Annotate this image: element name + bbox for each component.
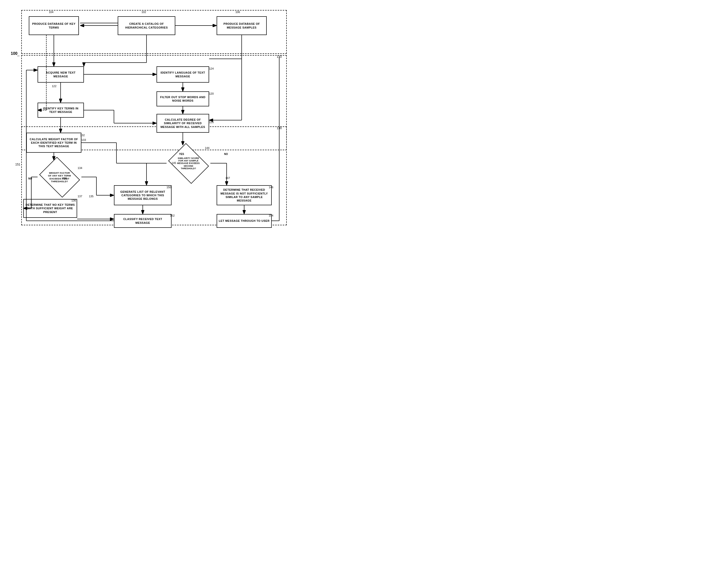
ref-154: 154: [269, 214, 273, 217]
ref-102: 102: [141, 10, 146, 13]
ref-126: 126: [209, 121, 214, 124]
box-152: CLASSIFY RECEIVED TEXT MESSAGE: [114, 214, 172, 228]
ref-106: 106: [236, 10, 240, 13]
box-128: IDENTIFY KEY TERMS IN TEXT MESSAGE: [38, 102, 84, 118]
ref-122: 122: [52, 85, 56, 88]
ref-137: 137: [78, 195, 82, 198]
ref-151: 151: [15, 163, 20, 166]
box-124: IDENTIFY LANGUAGE OF TEXT MESSAGE: [156, 66, 209, 83]
ref-104: 104: [49, 10, 53, 13]
ref-152: 152: [170, 214, 175, 217]
box-106: PRODUCE DATABASE OF MESSAGE SAMPLES: [217, 16, 267, 35]
box-150: GENERATE LIST OF RELEVANT CATEGORIES TO …: [114, 185, 172, 205]
box-120: FILTER OUT STOP WORDS AND NOISE WORDS: [156, 91, 209, 106]
ref-100: 100: [11, 51, 17, 56]
box-146: DETERMINE THAT RECEIVED MESSAGE IS NOT S…: [217, 185, 272, 205]
diamond-134: WEIGHT FACTOR OF ANY KEY TERM EXCEEDS FI…: [38, 160, 81, 194]
yes-label-2: YES: [179, 153, 184, 155]
ref-133: 133: [81, 138, 86, 141]
ref-135: 135: [89, 195, 93, 198]
box-154: LET MESSAGE THROUGH TO USER: [217, 214, 272, 228]
box-102: CREATE A CATALOG OF HIERARCHICAL CATEGOR…: [118, 16, 175, 35]
ref-144: 144: [205, 146, 209, 149]
ref-110: 110: [277, 55, 282, 59]
no-label-1: NO: [28, 177, 32, 180]
ref-150: 150: [167, 186, 171, 189]
ref-120: 120: [209, 92, 214, 95]
ref-132: 132: [80, 134, 85, 137]
ref-134: 134: [78, 166, 82, 169]
no-label-2: NO: [224, 153, 228, 155]
box-104: PRODUCE DATABASE OF KEY TERMS: [29, 16, 79, 35]
diagram: 100 _ 110 130 151 PRODUCE DATABASE OF KE…: [6, 5, 294, 230]
box-122: ACQUIRE NEW TEXT MESSAGE: [38, 66, 84, 83]
ref-124: 124: [209, 67, 214, 70]
box-132: CALCULATE WEIGHT FACTOR OF EACH IDENTIFI…: [26, 133, 81, 153]
ref-136: 136: [71, 199, 76, 202]
ref-146: 146: [269, 186, 273, 189]
ref-147: 147: [225, 176, 230, 180]
ref-130: 130: [277, 126, 282, 130]
box-136: DETERMINE THAT NO KEY TERMS WITH SUFFICI…: [23, 199, 77, 218]
box-126: CALCULATE DEGREE OF SIMILARITY OF RECEIV…: [156, 114, 209, 133]
